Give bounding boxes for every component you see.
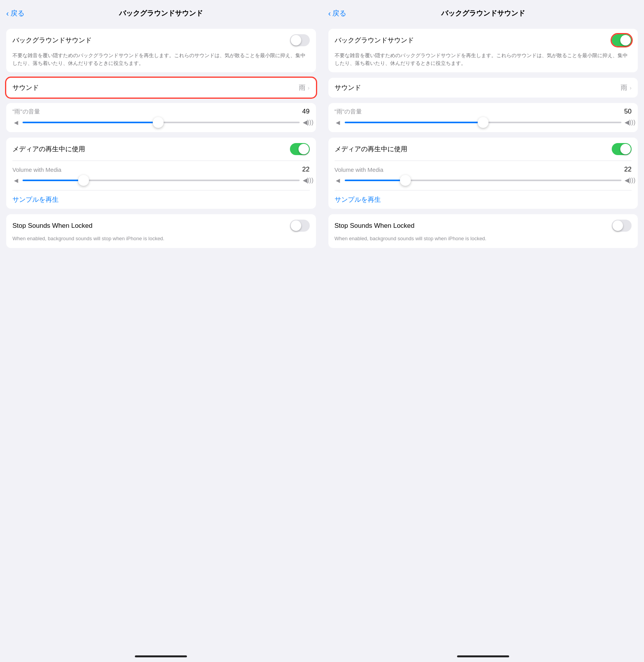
left-bg-sound-label: バックグラウンドサウンド — [12, 36, 92, 45]
left-home-indicator — [135, 655, 187, 657]
right-media-volume-section: Volume with Media 22 ◀ ◀))) — [328, 161, 638, 190]
right-volume-label: "雨"の音量 — [335, 108, 362, 115]
right-sound-label: サウンド — [335, 83, 361, 92]
left-volume-slider-row: ◀ ◀))) — [12, 119, 310, 126]
right-sound-card[interactable]: サウンド 雨 › — [328, 78, 638, 98]
right-bg-sound-description: 不要な雑音を覆い隠すためのバックグラウンドサウンドを再生します。これらのサウンド… — [328, 52, 638, 72]
right-nav-title: バックグラウンドサウンド — [441, 9, 525, 18]
right-volume-low-icon: ◀ — [335, 119, 342, 126]
right-sound-value: 雨 — [621, 83, 627, 92]
left-stop-sounds-toggle[interactable] — [290, 220, 310, 232]
right-stop-sounds-toggle[interactable] — [612, 220, 632, 232]
right-stop-sounds-card: Stop Sounds When Locked When enabled, ba… — [328, 214, 638, 248]
left-nav-title: バックグラウンドサウンド — [119, 9, 203, 18]
right-nav-bar: ‹ 戻る バックグラウンドサウンド — [322, 0, 644, 23]
left-sound-label: サウンド — [12, 83, 39, 92]
left-media-slider-row: ◀ ◀))) — [12, 176, 310, 184]
left-media-volume-high-icon: ◀))) — [303, 176, 310, 184]
left-volume-fill — [23, 122, 158, 123]
left-media-volume-label-row: Volume with Media 22 — [12, 166, 310, 173]
right-media-volume-label-row: Volume with Media 22 — [335, 166, 632, 173]
right-media-label: メディアの再生中に使用 — [335, 145, 407, 154]
left-media-label: メディアの再生中に使用 — [12, 145, 85, 154]
right-media-card: メディアの再生中に使用 Volume with Media 22 ◀ — [328, 138, 638, 209]
right-stop-sounds-top: Stop Sounds When Locked — [335, 220, 632, 232]
left-stop-sounds-title: Stop Sounds When Locked — [12, 222, 92, 230]
left-back-button[interactable]: ‹ 戻る — [6, 9, 24, 18]
left-sound-value: 雨 — [299, 83, 305, 92]
left-media-toggle-knob — [298, 144, 309, 154]
left-bg-sound-description: 不要な雑音を覆い隠すためのバックグラウンドサウンドを再生します。これらのサウンド… — [6, 52, 316, 72]
right-media-slider-row: ◀ ◀))) — [335, 176, 632, 184]
left-bg-sound-toggle-knob — [291, 35, 301, 45]
left-media-volume-low-icon: ◀ — [12, 177, 19, 183]
left-back-label: 戻る — [10, 9, 24, 18]
right-media-volume-label: Volume with Media — [335, 166, 384, 173]
right-back-label: 戻る — [332, 9, 346, 18]
right-media-track[interactable] — [345, 180, 622, 181]
left-volume-label: "雨"の音量 — [12, 108, 40, 115]
right-media-thumb[interactable] — [400, 175, 411, 186]
left-media-volume-label: Volume with Media — [12, 166, 61, 173]
right-media-volume-value: 22 — [624, 166, 632, 173]
right-media-toggle[interactable] — [612, 143, 632, 155]
left-nav-bar: ‹ 戻る バックグラウンドサウンド — [0, 0, 322, 23]
left-content: バックグラウンドサウンド 不要な雑音を覆い隠すためのバックグラウンドサウンドを再… — [0, 23, 322, 649]
right-media-row: メディアの再生中に使用 — [328, 138, 638, 161]
right-back-chevron-icon: ‹ — [328, 9, 331, 17]
left-bg-sound-toggle[interactable] — [290, 34, 310, 46]
left-sound-card[interactable]: サウンド 雨 › — [6, 78, 316, 98]
right-back-button[interactable]: ‹ 戻る — [328, 9, 347, 18]
right-bg-sound-row: バックグラウンドサウンド — [328, 29, 638, 52]
left-media-toggle[interactable] — [290, 143, 310, 155]
left-sound-chevron-icon: › — [308, 84, 310, 91]
right-sound-row[interactable]: サウンド 雨 › — [328, 78, 638, 98]
right-volume-fill — [345, 122, 483, 123]
right-content: バックグラウンドサウンド 不要な雑音を覆い隠すためのバックグラウンドサウンドを再… — [322, 23, 644, 649]
left-stop-sounds-card: Stop Sounds When Locked When enabled, ba… — [6, 214, 316, 248]
left-media-row: メディアの再生中に使用 — [6, 138, 316, 161]
left-sound-value-row: 雨 › — [299, 83, 310, 92]
left-stop-sounds-toggle-knob — [291, 220, 301, 231]
left-stop-sounds-top: Stop Sounds When Locked — [12, 220, 310, 232]
left-media-thumb[interactable] — [78, 175, 89, 186]
left-media-track[interactable] — [23, 180, 300, 181]
right-panel: ‹ 戻る バックグラウンドサウンド バックグラウンドサウンド 不要な雑音を覆い隠… — [322, 0, 644, 662]
right-bg-sound-label: バックグラウンドサウンド — [335, 36, 414, 45]
left-stop-sounds-description: When enabled, background sounds will sto… — [12, 235, 310, 243]
right-stop-sounds-description: When enabled, background sounds will sto… — [335, 235, 632, 243]
left-bg-sound-card: バックグラウンドサウンド 不要な雑音を覆い隠すためのバックグラウンドサウンドを再… — [6, 29, 316, 72]
right-play-sample-button[interactable]: サンプルを再生 — [328, 190, 638, 209]
left-media-card: メディアの再生中に使用 Volume with Media 22 ◀ — [6, 138, 316, 209]
right-sound-chevron-icon: › — [630, 84, 632, 91]
right-media-toggle-knob — [620, 144, 631, 154]
right-bg-sound-card: バックグラウンドサウンド 不要な雑音を覆い隠すためのバックグラウンドサウンドを再… — [328, 29, 638, 72]
left-media-volume-section: Volume with Media 22 ◀ ◀))) — [6, 161, 316, 190]
left-volume-value: 49 — [302, 108, 310, 115]
left-volume-card: "雨"の音量 49 ◀ ◀))) — [6, 103, 316, 132]
left-volume-section: "雨"の音量 49 ◀ ◀))) — [6, 103, 316, 132]
right-media-volume-high-icon: ◀))) — [625, 176, 632, 184]
right-home-indicator — [457, 655, 509, 657]
right-volume-thumb[interactable] — [478, 117, 489, 128]
left-back-chevron-icon: ‹ — [6, 9, 9, 17]
right-stop-sounds-toggle-knob — [613, 220, 623, 231]
right-bg-sound-toggle-knob — [620, 35, 631, 45]
right-volume-value: 50 — [624, 108, 632, 115]
left-sound-row[interactable]: サウンド 雨 › — [6, 78, 316, 98]
left-media-volume-value: 22 — [302, 166, 310, 173]
left-play-sample-button[interactable]: サンプルを再生 — [6, 190, 316, 209]
right-volume-section: "雨"の音量 50 ◀ ◀))) — [328, 103, 638, 132]
left-media-fill — [23, 180, 84, 181]
right-volume-track[interactable] — [345, 122, 622, 123]
left-panel: ‹ 戻る バックグラウンドサウンド バックグラウンドサウンド 不要な雑音を覆い隠… — [0, 0, 322, 662]
left-volume-thumb[interactable] — [153, 117, 164, 128]
left-volume-track[interactable] — [23, 122, 300, 123]
left-volume-low-icon: ◀ — [12, 119, 19, 126]
right-stop-sounds-title: Stop Sounds When Locked — [335, 222, 415, 230]
right-volume-label-row: "雨"の音量 50 — [335, 108, 632, 115]
left-volume-label-row: "雨"の音量 49 — [12, 108, 310, 115]
right-bg-sound-toggle[interactable] — [612, 34, 632, 46]
right-volume-slider-row: ◀ ◀))) — [335, 119, 632, 126]
left-bg-sound-row: バックグラウンドサウンド — [6, 29, 316, 52]
